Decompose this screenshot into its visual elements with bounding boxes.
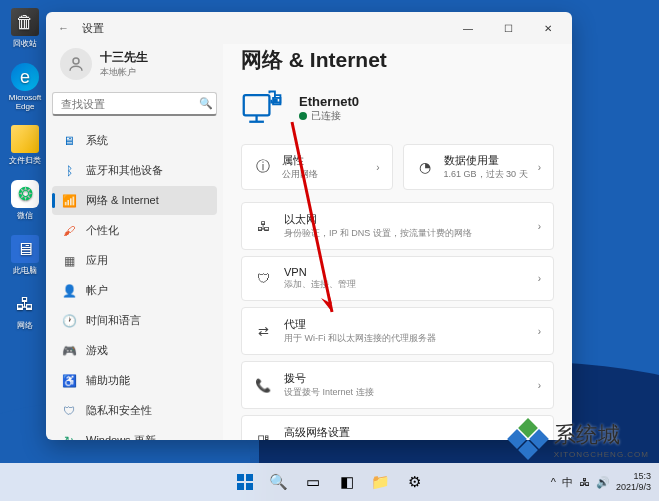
sidebar-item-privacy[interactable]: 🛡隐私和安全性 (52, 396, 217, 425)
sidebar-item-accessibility[interactable]: ♿辅助功能 (52, 366, 217, 395)
bluetooth-icon: ᛒ (62, 164, 76, 178)
sidebar-item-update[interactable]: ↻Windows 更新 (52, 426, 217, 440)
taskbar-center: 🔍 ▭ ◧ 📁 ⚙ (231, 468, 429, 496)
option-advanced[interactable]: 🖳 高级网络设置查看所有网络适配器，网络重置 › (241, 415, 554, 440)
chevron-right-icon: › (538, 326, 541, 337)
svg-point-0 (73, 58, 79, 64)
computer-icon: 🖥 (11, 235, 39, 263)
recycle-bin-icon: 🗑 (11, 8, 39, 36)
taskbar-search[interactable]: 🔍 (265, 468, 293, 496)
chevron-right-icon: › (538, 380, 541, 391)
taskbar-datetime[interactable]: 15:3 2021/9/3 (616, 471, 651, 493)
connection-name: Ethernet0 (299, 94, 359, 109)
user-text: 十三先生 本地帐户 (100, 49, 148, 79)
taskbar-taskview[interactable]: ▭ (299, 468, 327, 496)
person-icon (67, 55, 85, 73)
search-box[interactable]: 🔍 (52, 92, 217, 116)
svg-rect-10 (246, 483, 253, 490)
edge-icon: e (11, 63, 39, 91)
titlebar[interactable]: ← 设置 — ☐ ✕ (46, 12, 572, 44)
tiles-row: ⓘ 属性 公用网络 › ◔ 数据使用量 1.61 GB，过去 30 天 › (241, 144, 554, 190)
desktop-icon-wechat[interactable]: ❂微信 (6, 180, 44, 221)
chevron-right-icon: › (538, 162, 541, 173)
back-button[interactable]: ← (58, 22, 82, 34)
chevron-right-icon: › (538, 221, 541, 232)
data-usage-icon: ◔ (416, 158, 434, 176)
sidebar-item-system[interactable]: 🖥系统 (52, 126, 217, 155)
user-name: 十三先生 (100, 49, 148, 66)
tile-properties[interactable]: ⓘ 属性 公用网络 › (241, 144, 393, 190)
close-button[interactable]: ✕ (528, 14, 568, 42)
option-list: 🖧 以太网身份验证，IP 和 DNS 设置，按流量计费的网络 › 🛡 VPN添加… (241, 202, 554, 440)
wechat-icon: ❂ (11, 180, 39, 208)
taskbar-explorer[interactable]: 📁 (367, 468, 395, 496)
sidebar-item-accounts[interactable]: 👤帐户 (52, 276, 217, 305)
desktop-icon-folder[interactable]: 文件归类 (6, 125, 44, 166)
search-input[interactable] (61, 98, 199, 110)
taskbar-settings[interactable]: ⚙ (401, 468, 429, 496)
tray-chevron-up-icon[interactable]: ^ (551, 476, 556, 488)
settings-body: 十三先生 本地帐户 🔍 🖥系统 ᛒ蓝牙和其他设备 📶网络 & Internet … (46, 44, 572, 440)
sidebar-item-personalize[interactable]: 🖌个性化 (52, 216, 217, 245)
accessibility-icon: ♿ (62, 374, 76, 388)
desktop-icon-thispc[interactable]: 🖥此电脑 (6, 235, 44, 276)
minimize-button[interactable]: — (448, 14, 488, 42)
vpn-shield-icon: 🛡 (254, 270, 272, 288)
account-icon: 👤 (62, 284, 76, 298)
chevron-right-icon: › (376, 162, 379, 173)
tray-volume-icon[interactable]: 🔊 (596, 476, 610, 489)
tile-text: 数据使用量 1.61 GB，过去 30 天 (444, 153, 528, 181)
sidebar-item-time[interactable]: 🕐时间和语言 (52, 306, 217, 335)
search-icon: 🔍 (199, 97, 213, 110)
network-status: Ethernet0 已连接 (241, 88, 554, 128)
main-content: 网络 & Internet Ethernet0 已连接 ⓘ (223, 44, 572, 440)
svg-rect-9 (237, 483, 244, 490)
clock-icon: 🕐 (62, 314, 76, 328)
taskbar-widgets[interactable]: ◧ (333, 468, 361, 496)
advanced-network-icon: 🖳 (254, 430, 272, 440)
maximize-button[interactable]: ☐ (488, 14, 528, 42)
ethernet-icon: 🖧 (254, 217, 272, 235)
chevron-right-icon: › (538, 434, 541, 441)
sidebar: 十三先生 本地帐户 🔍 🖥系统 ᛒ蓝牙和其他设备 📶网络 & Internet … (46, 44, 223, 440)
update-icon: ↻ (62, 434, 76, 441)
tray-network-icon[interactable]: 🖧 (579, 476, 590, 488)
tray-ime-icon[interactable]: 中 (562, 475, 573, 490)
desktop-icon-network[interactable]: 🖧网络 (6, 290, 44, 331)
shield-icon: 🛡 (62, 404, 76, 418)
sidebar-item-gaming[interactable]: 🎮游戏 (52, 336, 217, 365)
svg-rect-1 (244, 95, 270, 115)
user-account-type: 本地帐户 (100, 66, 148, 79)
wifi-icon: 📶 (62, 194, 76, 208)
taskbar[interactable]: 🔍 ▭ ◧ 📁 ⚙ ^ 中 🖧 🔊 15:3 2021/9/3 (0, 463, 659, 501)
svg-rect-8 (246, 474, 253, 481)
tile-text: 属性 公用网络 (282, 153, 366, 181)
start-button[interactable] (231, 468, 259, 496)
sidebar-item-network[interactable]: 📶网络 & Internet (52, 186, 217, 215)
option-ethernet[interactable]: 🖧 以太网身份验证，IP 和 DNS 设置，按流量计费的网络 › (241, 202, 554, 250)
info-icon: ⓘ (254, 158, 272, 176)
nav: 🖥系统 ᛒ蓝牙和其他设备 📶网络 & Internet 🖌个性化 ▦应用 👤帐户… (52, 126, 217, 440)
windows-start-icon (236, 473, 254, 491)
taskbar-right: ^ 中 🖧 🔊 15:3 2021/9/3 (551, 471, 651, 493)
option-proxy[interactable]: ⇄ 代理用于 Wi-Fi 和以太网连接的代理服务器 › (241, 307, 554, 355)
option-vpn[interactable]: 🛡 VPN添加、连接、管理 › (241, 256, 554, 301)
svg-rect-7 (237, 474, 244, 481)
ethernet-monitor-icon (241, 88, 285, 128)
option-dialup[interactable]: 📞 拨号设置拨号 Internet 连接 › (241, 361, 554, 409)
settings-window: ← 设置 — ☐ ✕ 十三先生 本地帐户 🔍 (46, 12, 572, 440)
connection-state: 已连接 (299, 109, 359, 123)
sidebar-item-apps[interactable]: ▦应用 (52, 246, 217, 275)
status-dot-icon (299, 112, 307, 120)
network-status-text: Ethernet0 已连接 (299, 94, 359, 123)
sidebar-item-bluetooth[interactable]: ᛒ蓝牙和其他设备 (52, 156, 217, 185)
proxy-icon: ⇄ (254, 322, 272, 340)
apps-icon: ▦ (62, 254, 76, 268)
desktop-icons: 🗑回收站 eMicrosoft Edge 文件归类 ❂微信 🖥此电脑 🖧网络 (6, 8, 44, 331)
user-block[interactable]: 十三先生 本地帐户 (52, 44, 217, 92)
desktop-icon-recycle-bin[interactable]: 🗑回收站 (6, 8, 44, 49)
window-controls: — ☐ ✕ (448, 14, 568, 42)
desktop-icon-edge[interactable]: eMicrosoft Edge (6, 63, 44, 111)
network-icon: 🖧 (11, 290, 39, 318)
tile-data-usage[interactable]: ◔ 数据使用量 1.61 GB，过去 30 天 › (403, 144, 555, 190)
